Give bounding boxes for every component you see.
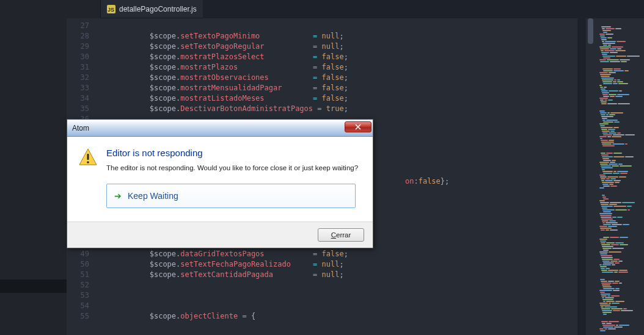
svg-point-1 [87, 161, 89, 164]
line-number: 32 [67, 73, 89, 83]
line-number: 28 [67, 31, 89, 41]
minimap-content [593, 18, 644, 334]
line-number: 34 [67, 93, 89, 104]
line-number: 30 [67, 52, 89, 62]
code-line: $scope.mostratPlazosSelect = false; [97, 52, 449, 62]
code-line: $scope.setTextoPagoRegular = null; [97, 41, 449, 52]
arrow-right-icon: ➔ [114, 191, 122, 201]
code-line [97, 280, 449, 290]
line-number: 49 [67, 249, 89, 259]
cerrar-underline: C [331, 231, 336, 239]
line-number: 31 [67, 62, 89, 73]
tab-detalle-pago[interactable]: JS detallePagoController.js [101, 0, 203, 18]
line-number: 52 [67, 280, 89, 290]
line-number: 55 [67, 311, 89, 322]
dialog-content: Editor is not responding The editor is n… [106, 148, 362, 208]
line-number: 35 [67, 104, 89, 114]
code-line: $scope.mostratPlazos = false; [97, 62, 449, 73]
code-line: $scope.mostratMensualidadPagar = false; [97, 83, 449, 93]
line-number: 29 [67, 41, 89, 52]
code-line: $scope.mostratListadoMeses = false; [97, 93, 449, 104]
dialog-message: The editor is not responding. Would you … [106, 164, 362, 171]
code-line: $scope.objectCliente = { [97, 311, 449, 322]
dialog-window-title: Atom [72, 124, 345, 132]
line-number: 33 [67, 83, 89, 93]
dialog-heading: Editor is not responding [106, 148, 362, 158]
scrollbar-track[interactable] [586, 18, 593, 335]
dialog-footer: Cerrar [67, 222, 373, 248]
dialog-titlebar[interactable]: Atom [67, 120, 373, 137]
line-number: 51 [67, 270, 89, 280]
line-number: 50 [67, 259, 89, 270]
code-line [97, 290, 449, 301]
code-line: $scope.setTextoPagoMinimo = null; [97, 31, 449, 41]
dialog-not-responding: Atom Editor is not responding The editor… [67, 119, 373, 248]
tab-filename: detallePagoController.js [119, 5, 197, 13]
code-line [97, 301, 449, 311]
javascript-file-icon: JS [107, 5, 115, 13]
window-close-button[interactable] [345, 121, 371, 132]
line-number: 54 [67, 301, 89, 311]
line-number: 53 [67, 290, 89, 301]
scrollbar-thumb[interactable] [588, 18, 593, 44]
activity-bar [0, 0, 67, 335]
tab-spacer [67, 0, 101, 18]
activity-bar-selection [0, 279, 67, 293]
keep-waiting-button[interactable]: ➔ Keep Waiting [106, 184, 356, 208]
cerrar-button[interactable]: Cerrar [318, 228, 364, 242]
tab-bar: JS detallePagoController.js [67, 0, 203, 18]
code-line: $scope.setTextFechaPagoRealizado = null; [97, 259, 449, 270]
warning-icon [78, 148, 98, 167]
code-line: $scope.mostratObservaciones = false; [97, 73, 449, 83]
code-line: $scope.dataGridTextosPagos = false; [97, 249, 449, 259]
dialog-body: Editor is not responding The editor is n… [67, 137, 373, 222]
close-icon [355, 124, 361, 130]
svg-rect-0 [87, 154, 89, 160]
code-line: $scope.DesctivarBotonAdministratPagos = … [97, 104, 449, 114]
cerrar-rest: errar [336, 231, 351, 239]
minimap[interactable] [593, 18, 644, 335]
line-number: 27 [67, 21, 89, 31]
keep-waiting-label: Keep Waiting [128, 191, 178, 201]
code-line: $scope.setTextCantidadPagada = null; [97, 270, 449, 280]
